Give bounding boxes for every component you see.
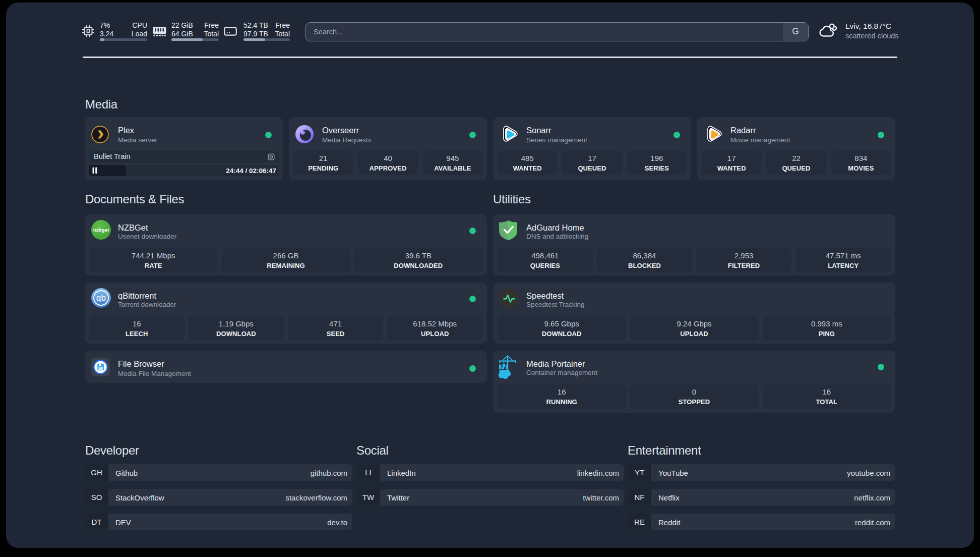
svg-text:nzbget: nzbget <box>93 227 109 233</box>
svg-text:qb: qb <box>96 293 106 303</box>
